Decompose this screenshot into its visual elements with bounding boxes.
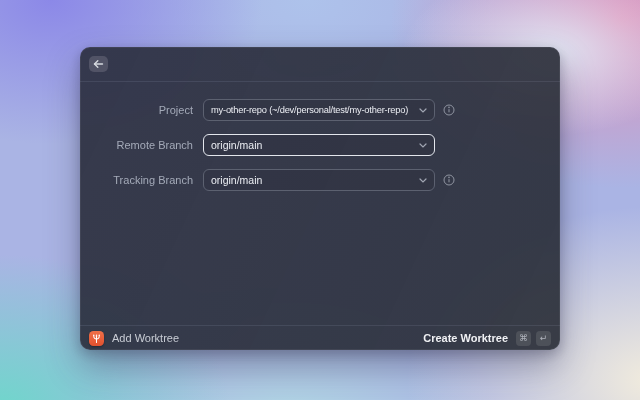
project-info-icon[interactable]: [443, 104, 455, 116]
return-key-icon: ↵: [536, 331, 551, 346]
tracking-branch-label: Tracking Branch: [80, 174, 193, 186]
command-key-icon: ⌘: [516, 331, 531, 346]
form-row-project: Project my-other-repo (~/dev/personal/te…: [80, 99, 560, 121]
chevron-down-icon: [419, 108, 427, 113]
remote-branch-select[interactable]: origin/main: [203, 134, 435, 156]
create-worktree-button[interactable]: Create Worktree ⌘ ↵: [423, 331, 551, 346]
dialog-body: Project my-other-repo (~/dev/personal/te…: [80, 82, 560, 191]
project-select[interactable]: my-other-repo (~/dev/personal/test/my-ot…: [203, 99, 435, 121]
tracking-branch-select[interactable]: origin/main: [203, 169, 435, 191]
remote-branch-select-value: origin/main: [211, 139, 262, 151]
git-worktree-icon: [89, 331, 104, 346]
back-button[interactable]: [89, 56, 108, 72]
project-label: Project: [80, 104, 193, 116]
project-select-value: my-other-repo (~/dev/personal/test/my-ot…: [211, 105, 408, 115]
tracking-branch-info-icon[interactable]: [443, 174, 455, 186]
add-worktree-dialog: Project my-other-repo (~/dev/personal/te…: [80, 47, 560, 350]
create-worktree-label: Create Worktree: [423, 332, 508, 344]
remote-branch-label: Remote Branch: [80, 139, 193, 151]
form-row-remote-branch: Remote Branch origin/main: [80, 134, 560, 156]
arrow-left-icon: [93, 59, 104, 69]
tracking-branch-select-value: origin/main: [211, 174, 262, 186]
form-row-tracking-branch: Tracking Branch origin/main: [80, 169, 560, 191]
dialog-header: [80, 47, 560, 82]
footer-title: Add Worktree: [112, 332, 179, 344]
chevron-down-icon: [419, 143, 427, 148]
dialog-footer: Add Worktree Create Worktree ⌘ ↵: [80, 325, 560, 350]
chevron-down-icon: [419, 178, 427, 183]
